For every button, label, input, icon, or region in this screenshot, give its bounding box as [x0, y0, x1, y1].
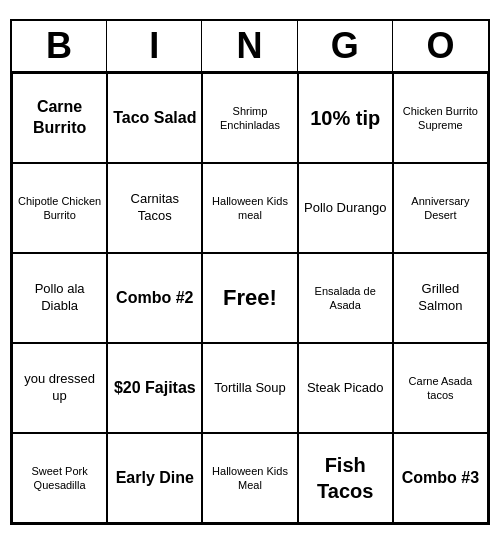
bingo-cell-23: Fish Tacos [298, 433, 393, 523]
header-letter-b: B [12, 21, 107, 71]
bingo-cell-2: Shrimp Enchinladas [202, 73, 297, 163]
bingo-cell-1: Taco Salad [107, 73, 202, 163]
bingo-cell-15: you dressed up [12, 343, 107, 433]
bingo-header: BINGO [12, 21, 488, 73]
header-letter-g: G [298, 21, 393, 71]
bingo-cell-13: Ensalada de Asada [298, 253, 393, 343]
bingo-cell-17: Tortilla Soup [202, 343, 297, 433]
bingo-cell-11: Combo #2 [107, 253, 202, 343]
bingo-cell-21: Early Dine [107, 433, 202, 523]
bingo-cell-20: Sweet Pork Quesadilla [12, 433, 107, 523]
bingo-cell-22: Halloween Kids Meal [202, 433, 297, 523]
bingo-cell-16: $20 Fajitas [107, 343, 202, 433]
bingo-cell-6: Carnitas Tacos [107, 163, 202, 253]
bingo-cell-18: Steak Picado [298, 343, 393, 433]
header-letter-o: O [393, 21, 488, 71]
bingo-card: BINGO Carne BurritoTaco SaladShrimp Ench… [10, 19, 490, 525]
bingo-cell-3: 10% tip [298, 73, 393, 163]
bingo-cell-7: Halloween Kids meal [202, 163, 297, 253]
bingo-cell-10: Pollo ala Diabla [12, 253, 107, 343]
bingo-cell-8: Pollo Durango [298, 163, 393, 253]
bingo-cell-0: Carne Burrito [12, 73, 107, 163]
bingo-cell-4: Chicken Burrito Supreme [393, 73, 488, 163]
bingo-cell-9: Anniversary Desert [393, 163, 488, 253]
bingo-cell-24: Combo #3 [393, 433, 488, 523]
header-letter-n: N [202, 21, 297, 71]
bingo-cell-19: Carne Asada tacos [393, 343, 488, 433]
header-letter-i: I [107, 21, 202, 71]
bingo-grid: Carne BurritoTaco SaladShrimp Enchinlada… [12, 73, 488, 523]
bingo-cell-5: Chipotle Chicken Burrito [12, 163, 107, 253]
bingo-cell-14: Grilled Salmon [393, 253, 488, 343]
bingo-cell-12: Free! [202, 253, 297, 343]
